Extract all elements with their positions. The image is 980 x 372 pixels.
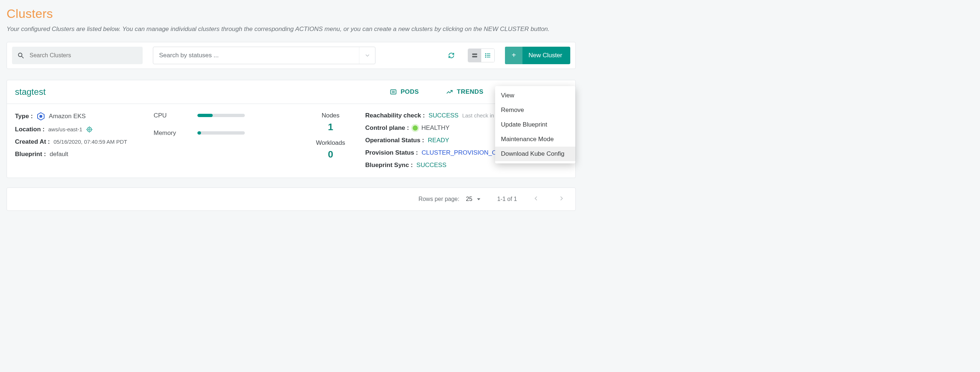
menu-view[interactable]: View (495, 88, 575, 103)
view-card-button[interactable] (468, 49, 481, 62)
nodes-label: Nodes (321, 112, 339, 119)
svg-rect-10 (390, 90, 396, 94)
op-label: Operational Status : (365, 137, 424, 144)
cpu-label: CPU (154, 112, 180, 119)
blueprint-value: default (49, 151, 68, 158)
type-value: Amazon EKS (49, 113, 86, 120)
caret-down-icon (476, 196, 482, 202)
trends-link[interactable]: TRENDS (446, 88, 484, 95)
prov-value: CLUSTER_PROVISION_COM (422, 149, 506, 156)
search-input[interactable] (29, 52, 138, 59)
reach-label: Reachability check : (365, 112, 425, 119)
actions-menu: View Remove Update Blueprint Maintenance… (495, 86, 575, 164)
location-value: aws/us-east-1 (48, 126, 82, 132)
page-title: Clusters (6, 6, 576, 21)
toolbar: Search by statuses ... + New Cluster (6, 42, 576, 69)
svg-marker-21 (477, 198, 480, 200)
workloads-value: 0 (328, 149, 333, 160)
view-card-icon (471, 52, 478, 59)
next-page-button[interactable] (558, 195, 565, 203)
pager: Rows per page: 25 1-1 of 1 (6, 188, 576, 211)
op-value: READY (428, 137, 450, 144)
svg-point-9 (485, 57, 486, 57)
location-label: Location : (15, 126, 45, 133)
svg-point-16 (87, 127, 92, 132)
counts-column: Nodes 1 Workloads 0 (296, 112, 365, 169)
menu-maintenance[interactable]: Maintenance Mode (495, 132, 575, 146)
bpsync-label: Blueprint Sync : (365, 162, 413, 169)
refresh-icon (448, 52, 455, 59)
chevron-left-icon (532, 195, 539, 202)
bpsync-value: SUCCESS (416, 162, 446, 169)
cluster-name[interactable]: stagtest (15, 87, 46, 97)
memory-label: Memory (154, 129, 180, 137)
chevron-right-icon (558, 195, 565, 202)
created-value: 05/16/2020, 07:40:59 AM PDT (54, 138, 127, 145)
svg-point-14 (40, 115, 42, 118)
svg-rect-3 (473, 56, 477, 57)
svg-point-0 (18, 53, 22, 57)
health-dot-icon (413, 126, 418, 130)
svg-point-15 (88, 129, 90, 130)
svg-rect-2 (473, 53, 477, 55)
blueprint-label: Blueprint : (15, 151, 46, 158)
created-label: Created At : (15, 138, 50, 146)
eks-icon (37, 112, 45, 121)
cluster-card: stagtest PODS TRENDS Type : Amazon EKS (6, 80, 576, 178)
workloads-label: Workloads (316, 139, 345, 146)
control-value: HEALTHY (422, 124, 450, 132)
reach-value: SUCCESS (428, 112, 458, 119)
refresh-button[interactable] (445, 49, 458, 62)
meta-column: Type : Amazon EKS Location : aws/us-east… (15, 112, 154, 169)
trends-label: TRENDS (457, 88, 484, 95)
trends-icon (446, 88, 453, 95)
svg-line-1 (22, 56, 24, 58)
rows-per-page-select[interactable]: 25 (466, 196, 482, 202)
status-placeholder: Search by statuses ... (159, 52, 218, 59)
search-icon (17, 52, 24, 59)
plus-icon: + (505, 47, 522, 64)
menu-remove[interactable]: Remove (495, 103, 575, 118)
memory-bar (197, 131, 245, 135)
page-subtitle: Your configured Clusters are listed belo… (6, 24, 576, 34)
prev-page-button[interactable] (532, 195, 539, 203)
control-label: Control plane : (365, 124, 409, 132)
pods-link[interactable]: PODS (390, 88, 419, 95)
chevron-down-icon (359, 47, 375, 64)
search-clusters-box[interactable] (12, 47, 143, 64)
type-label: Type : (15, 113, 33, 120)
cluster-header: stagtest PODS TRENDS (7, 80, 575, 104)
pods-icon (390, 88, 397, 95)
menu-download-kube-config[interactable]: Download Kube Config (495, 146, 575, 161)
target-icon (86, 126, 93, 133)
pods-label: PODS (401, 88, 419, 95)
view-list-button[interactable] (481, 49, 495, 62)
svg-point-8 (485, 55, 486, 56)
status-select[interactable]: Search by statuses ... (153, 47, 375, 64)
page-range: 1-1 of 1 (497, 196, 517, 202)
rows-per-page-label: Rows per page: (418, 196, 459, 202)
rows-per-page-value: 25 (466, 196, 473, 202)
new-cluster-label: New Cluster (528, 52, 562, 59)
resources-column: CPU Memory (154, 112, 296, 169)
svg-point-7 (485, 53, 486, 54)
prov-label: Provision Status : (365, 149, 418, 156)
view-list-icon (485, 52, 491, 59)
cpu-bar (197, 114, 245, 117)
nodes-value: 1 (328, 121, 333, 133)
view-toggle (468, 49, 495, 62)
new-cluster-button[interactable]: + New Cluster (505, 47, 570, 64)
menu-update-blueprint[interactable]: Update Blueprint (495, 118, 575, 132)
